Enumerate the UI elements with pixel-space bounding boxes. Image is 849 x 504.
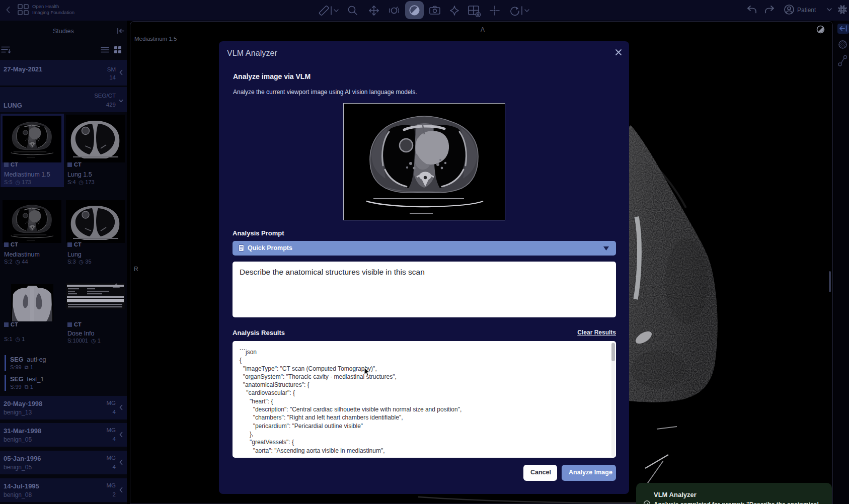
svg-text:Patient: Patient	[797, 7, 816, 14]
